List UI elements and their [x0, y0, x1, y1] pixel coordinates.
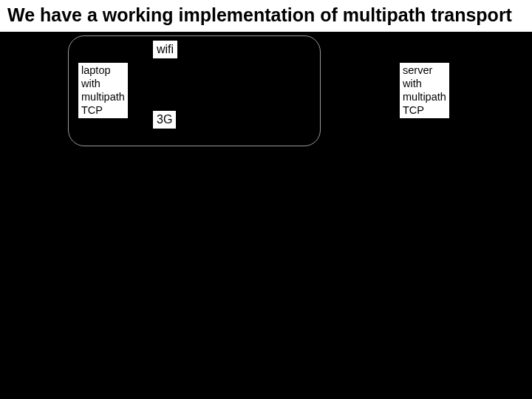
title-bar: We have a working implementation of mult… [0, 0, 532, 32]
server-node-label: serverwithmultipathTCP [400, 63, 449, 118]
slide: We have a working implementation of mult… [0, 0, 532, 399]
wifi-path-label: wifi [153, 41, 177, 58]
3g-path-label: 3G [153, 111, 176, 129]
slide-title: We have a working implementation of mult… [7, 4, 525, 26]
laptop-node-label: laptopwithmultipathTCP [78, 63, 128, 118]
